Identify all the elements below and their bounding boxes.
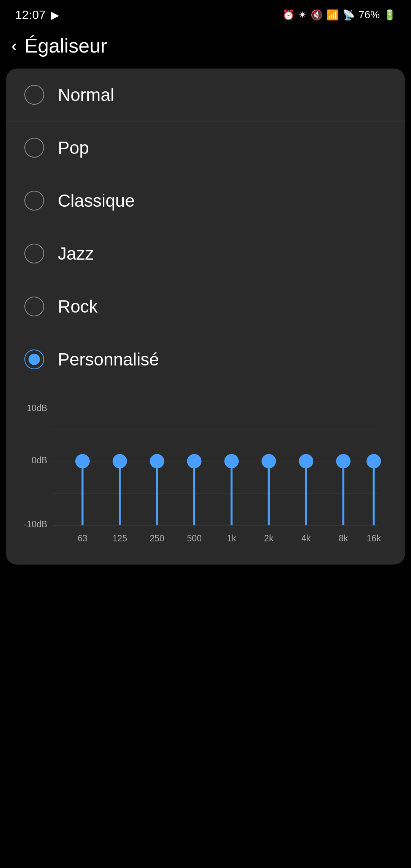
battery-level: 76% [358, 9, 380, 21]
svg-text:10dB: 10dB [27, 403, 47, 413]
svg-text:-10dB: -10dB [24, 519, 47, 529]
radio-circle-jazz [24, 244, 44, 263]
svg-text:4k: 4k [301, 533, 311, 543]
svg-text:125: 125 [112, 533, 127, 543]
svg-point-30 [336, 454, 350, 468]
radio-label-jazz: Jazz [58, 243, 94, 264]
radio-circle-rock [24, 297, 44, 316]
alarm-icon: ⏰ [282, 9, 295, 21]
equalizer-section: 10dB 0dB -10dB 63 125 250 500 [6, 386, 405, 565]
header: ‹ Égaliseur [0, 27, 411, 69]
back-button[interactable]: ‹ [11, 37, 17, 54]
status-icons: ⏰ ✴ 🔇 📶 📡 76% 🔋 [282, 9, 396, 21]
radio-circle-classique [24, 191, 44, 211]
svg-point-12 [113, 454, 127, 468]
status-time: 12:07 [15, 8, 46, 22]
wifi-icon: 📶 [327, 9, 339, 21]
svg-text:16k: 16k [366, 533, 381, 543]
play-store-icon: ▶ [51, 9, 59, 21]
svg-text:2k: 2k [264, 533, 274, 543]
radio-circle-normal [24, 85, 44, 105]
svg-text:500: 500 [187, 533, 202, 543]
svg-point-18 [187, 454, 202, 468]
bluetooth-icon: ✴ [298, 9, 307, 21]
svg-text:0dB: 0dB [32, 455, 47, 465]
radio-circle-pop [24, 138, 44, 158]
svg-point-24 [261, 454, 276, 468]
radio-label-normal: Normal [58, 85, 114, 105]
svg-point-27 [299, 454, 313, 468]
radio-label-pop: Pop [58, 137, 89, 158]
radio-label-personnalise: Personnalisé [58, 349, 159, 370]
status-bar: 12:07 ▶ ⏰ ✴ 🔇 📶 📡 76% 🔋 [0, 0, 411, 27]
radio-item-jazz[interactable]: Jazz [6, 227, 405, 280]
radio-circle-personnalise [24, 349, 44, 369]
battery-icon: 🔋 [384, 9, 396, 21]
svg-point-15 [150, 454, 164, 468]
radio-inner-personnalise [29, 354, 40, 365]
radio-item-rock[interactable]: Rock [6, 280, 405, 333]
svg-point-21 [224, 454, 239, 468]
svg-text:1k: 1k [227, 533, 236, 543]
svg-text:250: 250 [150, 533, 164, 543]
svg-text:63: 63 [78, 533, 88, 543]
svg-text:8k: 8k [339, 533, 348, 543]
equalizer-card: NormalPopClassiqueJazzRockPersonnalisé 1… [6, 69, 405, 565]
signal-icon: 📡 [342, 9, 355, 21]
svg-point-9 [75, 454, 90, 468]
mute-icon: 🔇 [311, 9, 323, 21]
radio-item-normal[interactable]: Normal [6, 69, 405, 121]
page-title: Égaliseur [25, 34, 107, 57]
equalizer-chart: 10dB 0dB -10dB 63 125 250 500 [24, 397, 387, 549]
radio-label-rock: Rock [58, 296, 98, 317]
radio-item-pop[interactable]: Pop [6, 121, 405, 174]
eq-svg: 10dB 0dB -10dB 63 125 250 500 [24, 397, 387, 549]
svg-point-33 [366, 454, 381, 468]
radio-label-classique: Classique [58, 190, 135, 211]
radio-item-personnalise[interactable]: Personnalisé [6, 333, 405, 386]
radio-item-classique[interactable]: Classique [6, 174, 405, 227]
